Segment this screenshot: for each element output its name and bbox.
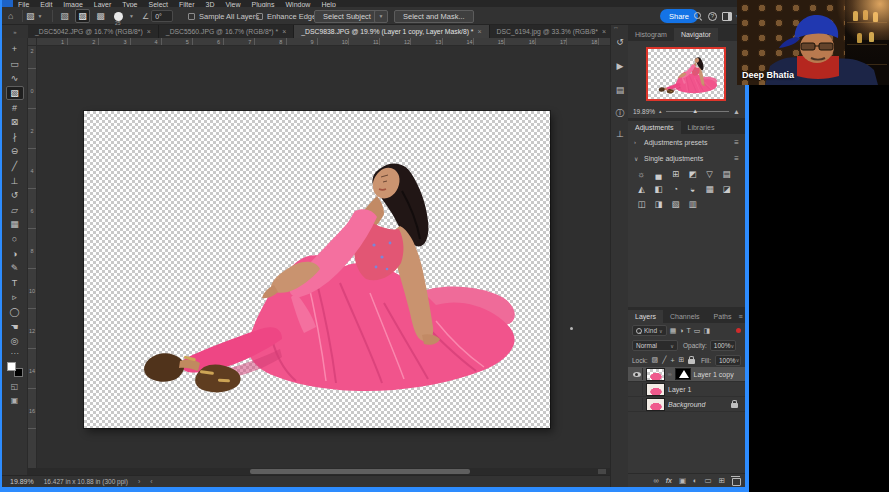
- filter-smart-object-icon[interactable]: ◨: [703, 327, 710, 335]
- layer-row-background[interactable]: Background: [628, 397, 745, 412]
- tool-button[interactable]: ◎: [6, 334, 24, 349]
- enhance-edge-checkbox[interactable]: Enhance Edge: [256, 7, 316, 25]
- workspace-button[interactable]: [722, 7, 732, 25]
- document-tab[interactable]: _DSC5560.JPG @ 16.7% (RGB/8*) * ×: [159, 25, 294, 38]
- clone-source-panel-icon[interactable]: ⊥: [611, 129, 629, 139]
- adjustment-icon[interactable]: ⊞: [670, 168, 681, 179]
- tab-layers[interactable]: Layers: [628, 310, 663, 323]
- tab-navigator[interactable]: Navigator: [674, 28, 718, 41]
- blend-mode-select[interactable]: Normal ∨: [632, 340, 678, 351]
- status-menu-arrow[interactable]: ›: [138, 478, 140, 485]
- visibility-toggle[interactable]: [631, 398, 643, 410]
- visibility-toggle[interactable]: [631, 368, 643, 380]
- menu-icon[interactable]: ≡: [734, 154, 739, 163]
- tab-adjustments[interactable]: Adjustments: [628, 121, 681, 134]
- menu-icon[interactable]: ≡: [734, 138, 739, 147]
- menu-item[interactable]: 3D: [206, 0, 215, 7]
- tool-button[interactable]: +: [6, 42, 24, 57]
- filter-adjustment-icon[interactable]: ◑: [679, 327, 683, 334]
- adjustment-icon[interactable]: ▥: [687, 198, 698, 209]
- adjustment-icon[interactable]: ▄: [653, 168, 664, 179]
- help-button[interactable]: ?: [708, 7, 717, 25]
- lock-artboard-icon[interactable]: ⊞: [678, 356, 684, 364]
- tool-button[interactable]: ✎: [6, 261, 24, 276]
- status-scroll-arrow[interactable]: ‹: [150, 478, 152, 485]
- new-layer-icon[interactable]: ⊞: [719, 476, 725, 485]
- menu-item[interactable]: Edit: [40, 0, 52, 7]
- zoom-out-icon[interactable]: ▴: [659, 108, 662, 114]
- filter-pixel-icon[interactable]: ▦: [670, 327, 677, 335]
- layer-thumbnail[interactable]: [646, 398, 665, 411]
- adjustment-icon[interactable]: ◨: [653, 198, 664, 209]
- adjustment-icon[interactable]: ◪: [721, 183, 732, 194]
- add-mask-icon[interactable]: ▣: [679, 476, 686, 485]
- layer-thumbnail[interactable]: [646, 383, 665, 396]
- layer-style-icon[interactable]: fx: [666, 477, 672, 484]
- adjustment-icon[interactable]: ◩: [687, 168, 698, 179]
- tool-button[interactable]: ◯: [6, 305, 24, 320]
- adjustments-presets-row[interactable]: › Adjustments presets ≡: [628, 134, 745, 150]
- libraries-panel-icon[interactable]: ▤: [611, 85, 629, 95]
- zoom-level-field[interactable]: 19.89%: [10, 478, 34, 485]
- filter-toggle-icon[interactable]: [736, 328, 741, 333]
- angle-control[interactable]: ∠ 0°: [142, 7, 173, 25]
- close-icon[interactable]: ×: [478, 28, 482, 35]
- scrollbar-thumb[interactable]: [250, 469, 470, 474]
- kind-filter-select[interactable]: Kind ∨: [632, 325, 667, 336]
- quick-mask-icon[interactable]: ◱: [11, 382, 19, 391]
- tool-button[interactable]: ▭: [6, 57, 24, 72]
- tool-button[interactable]: ☚: [6, 319, 24, 334]
- tool-button[interactable]: #: [6, 100, 24, 115]
- angle-input[interactable]: 0°: [151, 10, 173, 22]
- selection-mode-button[interactable]: ▧: [57, 9, 72, 23]
- webcam-video[interactable]: Deep Bhatia: [737, 0, 889, 85]
- slider-thumb[interactable]: ▲: [692, 108, 698, 114]
- menu-item[interactable]: View: [226, 0, 241, 7]
- menu-item[interactable]: Window: [286, 0, 311, 7]
- navigator-zoom-slider[interactable]: ▲: [666, 107, 730, 115]
- adjustment-icon[interactable]: ◔: [670, 183, 681, 194]
- adjustment-icon[interactable]: ▽: [704, 168, 715, 179]
- document-tab[interactable]: DSC_6194.jpg @ 33.3% (RGB/8* ×: [490, 25, 614, 38]
- tool-button[interactable]: ▹: [6, 290, 24, 305]
- filter-type-icon[interactable]: T: [687, 327, 691, 334]
- menu-item[interactable]: File: [18, 0, 29, 7]
- lock-position-icon[interactable]: +: [670, 357, 674, 364]
- adjustment-layer-icon[interactable]: ◐: [693, 476, 698, 485]
- selection-mode-button[interactable]: ▩: [93, 9, 108, 23]
- home-button[interactable]: ⌂: [8, 7, 13, 25]
- adjustment-icon[interactable]: ◧: [653, 183, 664, 194]
- tool-button[interactable]: ⊥: [6, 173, 24, 188]
- menu-item[interactable]: Filter: [179, 0, 195, 7]
- screen-mode-icon[interactable]: ▣: [11, 396, 19, 405]
- document-canvas[interactable]: [84, 111, 550, 428]
- layer-name[interactable]: Layer 1 copy: [694, 371, 734, 378]
- layer-row-layer1[interactable]: Layer 1: [628, 382, 745, 397]
- visibility-toggle[interactable]: [631, 383, 643, 395]
- menu-item[interactable]: Image: [63, 0, 82, 7]
- navigator-view-box[interactable]: [646, 47, 726, 101]
- tool-button[interactable]: ∿: [6, 71, 24, 86]
- close-icon[interactable]: ×: [282, 28, 286, 35]
- opacity-select[interactable]: 100% ∨: [710, 340, 736, 351]
- tab-channels[interactable]: Channels: [663, 310, 707, 323]
- adjustment-icon[interactable]: ◒: [687, 183, 698, 194]
- menu-item[interactable]: Type: [122, 0, 137, 7]
- navigator-zoom-value[interactable]: 19.89%: [633, 108, 655, 115]
- menu-item[interactable]: Help: [321, 0, 335, 7]
- single-adjustments-row[interactable]: ∨ Single adjustments ≡: [628, 150, 745, 166]
- select-subject-chevron[interactable]: ▼: [374, 7, 388, 25]
- lock-transparency-icon[interactable]: ▨: [652, 356, 659, 364]
- layer-row-layer1-copy[interactable]: ∞ Layer 1 copy: [628, 367, 745, 382]
- delete-layer-icon[interactable]: [732, 476, 739, 484]
- menu-item[interactable]: Select: [149, 0, 168, 7]
- panel-strip-expander[interactable]: ↔: [613, 24, 619, 30]
- edit-toolbar-icon[interactable]: ⋯: [11, 349, 19, 358]
- layer-mask-thumbnail[interactable]: [675, 368, 691, 380]
- toolbar-collapse[interactable]: »: [2, 25, 28, 38]
- tool-button[interactable]: ∤: [6, 130, 24, 145]
- history-panel-icon[interactable]: ↺: [611, 37, 629, 47]
- close-icon[interactable]: ×: [147, 28, 151, 35]
- tab-paths[interactable]: Paths: [707, 310, 739, 323]
- lock-all-icon[interactable]: [688, 359, 695, 364]
